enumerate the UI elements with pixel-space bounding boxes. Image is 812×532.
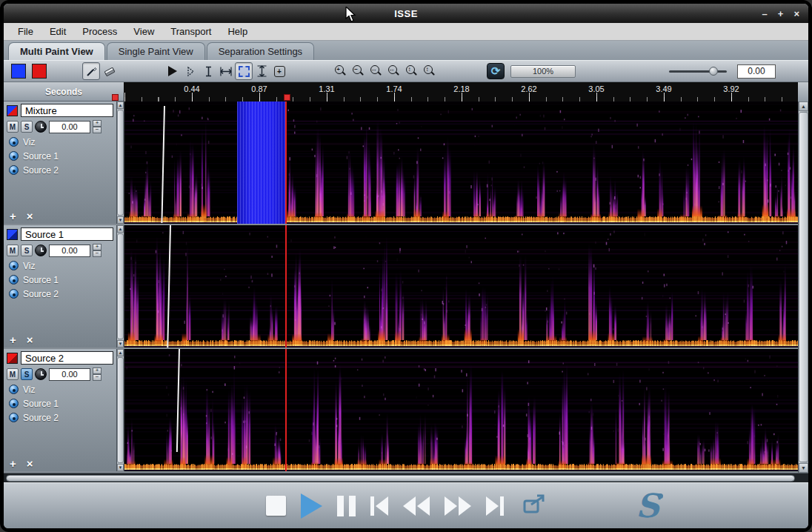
primary-color-swatch[interactable] (11, 64, 26, 79)
spectrogram-canvas[interactable] (124, 225, 798, 348)
spin-down-button[interactable]: − (93, 127, 102, 133)
solo-button[interactable]: S (21, 368, 33, 380)
add-region-tool-button[interactable]: + (270, 62, 288, 80)
menu-file[interactable]: File (10, 24, 41, 39)
vertical-scrollbar[interactable]: ▲ ▼ (798, 102, 808, 473)
rewind-button[interactable] (403, 496, 430, 516)
zoom-out-vertical-button[interactable]: ↕ (420, 62, 438, 80)
menu-edit[interactable]: Edit (41, 24, 74, 39)
visibility-eye-icon[interactable] (9, 289, 19, 299)
scroll-up-icon[interactable]: ▲ (117, 349, 124, 356)
skip-to-end-button[interactable] (486, 496, 504, 516)
offset-value[interactable]: 0.00 (49, 121, 90, 133)
scroll-down-icon[interactable]: ▼ (799, 463, 808, 473)
spray-tool-button[interactable] (182, 62, 199, 80)
add-layer-button[interactable]: + (10, 457, 16, 470)
zoom-in-horizontal-button[interactable]: ↔ (367, 62, 385, 80)
layer-row-source1[interactable]: Source 1 (4, 396, 116, 410)
zoom-in-button[interactable]: + (331, 62, 349, 80)
clock-icon[interactable] (35, 121, 47, 133)
maximize-button[interactable]: + (778, 9, 784, 19)
position-value-box[interactable]: 0.00 (737, 64, 776, 79)
offset-value[interactable]: 0.00 (49, 245, 90, 257)
remove-layer-button[interactable]: × (27, 333, 33, 346)
track-name[interactable]: Source 1 (21, 227, 113, 241)
tab-single-paint-view[interactable]: Single Paint View (107, 42, 205, 60)
clock-icon[interactable] (35, 245, 47, 256)
layer-row-source1[interactable]: Source 1 (4, 149, 116, 163)
box-select-tool-button[interactable] (235, 62, 253, 80)
layer-row-viz[interactable]: Viz (4, 259, 116, 273)
zoom-in-vertical-button[interactable]: ↕ (402, 62, 420, 80)
layer-row-source2[interactable]: Source 2 (4, 287, 116, 301)
painted-selection-region[interactable] (237, 102, 285, 224)
playhead-line[interactable] (285, 349, 287, 471)
scroll-down-icon[interactable]: ▼ (117, 464, 124, 471)
panel-scrollbar[interactable]: ▲ ▼ (117, 225, 124, 348)
spin-down-button[interactable]: − (93, 374, 102, 381)
layer-row-viz[interactable]: Viz (4, 135, 116, 149)
selection-start-marker[interactable] (112, 94, 119, 101)
scrollbar-thumb[interactable] (6, 475, 795, 482)
track-name[interactable]: Mixture (21, 104, 113, 117)
spectrogram-source2[interactable] (124, 349, 798, 471)
scroll-down-icon[interactable]: ▼ (117, 340, 124, 348)
track-color-swatch[interactable] (7, 229, 18, 240)
mute-button[interactable]: M (7, 368, 19, 380)
visibility-eye-icon[interactable] (9, 261, 19, 270)
scrollbar-thumb[interactable] (117, 357, 124, 463)
close-button[interactable]: × (793, 9, 799, 19)
tab-multi-paint-view[interactable]: Multi Paint View (8, 42, 105, 60)
add-layer-button[interactable]: + (10, 333, 16, 346)
solo-button[interactable]: S (21, 245, 33, 256)
scroll-up-icon[interactable]: ▲ (799, 102, 808, 111)
offset-value[interactable]: 0.00 (49, 368, 90, 381)
scroll-up-icon[interactable]: ▲ (117, 102, 124, 109)
remove-layer-button[interactable]: × (27, 210, 33, 222)
playhead-marker[interactable] (284, 94, 290, 101)
spin-down-button[interactable]: − (93, 250, 102, 257)
tab-separation-settings[interactable]: Separation Settings (207, 42, 314, 60)
scrollbar-thumb[interactable] (117, 233, 124, 339)
ruler-scale[interactable]: 0.44 0.87 1.31 1.74 2.18 2.62 3.05 3.49 … (124, 82, 798, 102)
ibeam-tool-button[interactable] (199, 62, 217, 80)
slider-knob[interactable] (709, 67, 718, 76)
playhead-tool-button[interactable] (164, 62, 182, 80)
visibility-eye-icon[interactable] (9, 275, 19, 285)
play-button[interactable] (301, 493, 322, 519)
vertical-range-tool-button[interactable] (253, 62, 270, 80)
zoom-level-dropdown[interactable]: 100% (510, 65, 576, 78)
clock-icon[interactable] (35, 368, 47, 380)
loop-button[interactable] (522, 493, 547, 519)
scroll-up-icon[interactable]: ▲ (117, 225, 124, 233)
panel-scrollbar[interactable]: ▲ ▼ (117, 349, 124, 471)
playhead-line[interactable] (285, 102, 287, 224)
spectrogram-mixture[interactable] (124, 102, 798, 224)
visibility-eye-icon[interactable] (9, 413, 19, 422)
panel-scrollbar[interactable]: ▲ ▼ (117, 102, 124, 224)
scrollbar-thumb[interactable] (799, 112, 808, 462)
zoom-out-button[interactable]: − (349, 62, 367, 80)
menu-help[interactable]: Help (219, 24, 256, 39)
layer-row-source2[interactable]: Source 2 (4, 410, 116, 425)
gain-slider[interactable] (669, 65, 727, 77)
spectrogram-canvas[interactable] (124, 102, 798, 224)
zoom-out-horizontal-button[interactable]: ↔ (385, 62, 402, 80)
visibility-eye-icon[interactable] (9, 151, 19, 161)
visibility-eye-icon[interactable] (9, 385, 19, 394)
track-color-swatch[interactable] (7, 105, 18, 116)
refresh-zoom-button[interactable]: ⟳ (487, 63, 505, 79)
scrollbar-thumb[interactable] (117, 110, 124, 216)
spectrogram-canvas[interactable] (124, 349, 798, 471)
layer-row-source2[interactable]: Source 2 (4, 163, 116, 177)
add-layer-button[interactable]: + (10, 210, 16, 222)
mute-button[interactable]: M (7, 245, 19, 256)
pause-button[interactable] (337, 496, 356, 516)
remove-layer-button[interactable]: × (27, 457, 33, 470)
mute-button[interactable]: M (7, 121, 19, 133)
scroll-down-icon[interactable]: ▼ (117, 216, 124, 224)
stop-button[interactable] (266, 496, 286, 516)
layer-row-viz[interactable]: Viz (4, 382, 116, 396)
track-color-swatch[interactable] (7, 353, 18, 364)
menu-transport[interactable]: Transport (162, 24, 219, 39)
